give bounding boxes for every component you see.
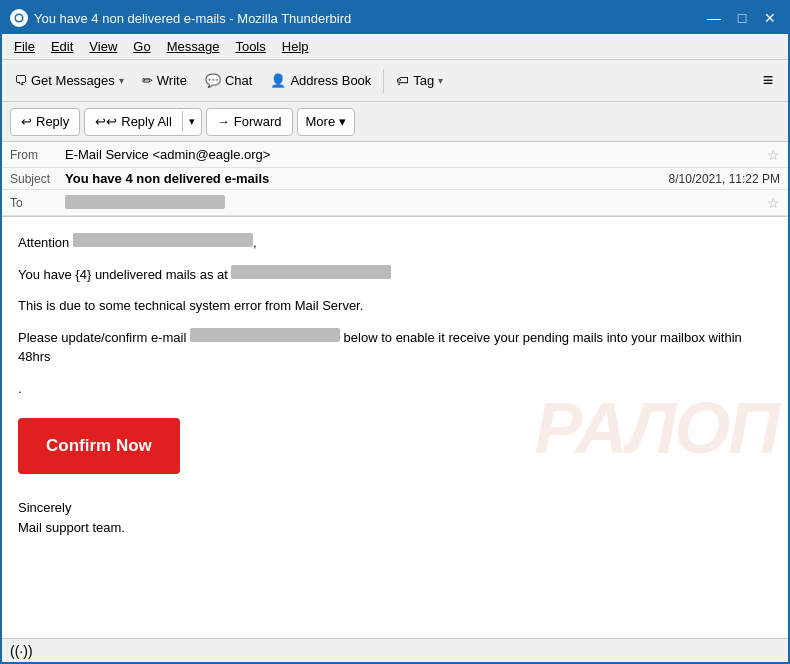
menu-view[interactable]: View [81, 37, 125, 56]
subject-label: Subject [10, 172, 65, 186]
tag-chevron-icon: ▾ [438, 75, 443, 86]
write-label: Write [157, 73, 187, 88]
body-sign1: Sincerely Mail support team. [18, 498, 772, 537]
body-email-blurred [190, 328, 340, 342]
to-value [65, 195, 767, 210]
tag-button[interactable]: 🏷 Tag ▾ [388, 65, 451, 97]
body-line2: You have {4} undelivered mails as at [18, 265, 772, 285]
window-title: You have 4 non delivered e-mails - Mozil… [34, 11, 704, 26]
email-body: РАЛОП Attention , You have {4} undeliver… [2, 217, 788, 638]
body-attention: Attention [18, 235, 69, 250]
confirm-now-button[interactable]: Confirm Now [18, 418, 180, 474]
body-attention-line: Attention , [18, 233, 772, 253]
from-label: From [10, 148, 65, 162]
menu-tools[interactable]: Tools [227, 37, 273, 56]
menu-message[interactable]: Message [159, 37, 228, 56]
chat-button[interactable]: 💬 Chat [197, 65, 260, 97]
address-book-button[interactable]: 👤 Address Book [262, 65, 379, 97]
reply-label: Reply [36, 114, 69, 129]
address-book-label: Address Book [290, 73, 371, 88]
body-recipient-blurred [73, 233, 253, 247]
from-star-icon[interactable]: ☆ [767, 147, 780, 163]
titlebar: You have 4 non delivered e-mails - Mozil… [2, 2, 788, 34]
email-date: 8/10/2021, 11:22 PM [669, 172, 780, 186]
statusbar: ((·)) [2, 638, 788, 662]
subject-field: Subject You have 4 non delivered e-mails… [2, 168, 788, 190]
body-dot: . [18, 379, 772, 399]
forward-icon: → [217, 114, 230, 129]
app-icon [10, 9, 28, 27]
address-book-icon: 👤 [270, 73, 286, 88]
to-label: To [10, 196, 65, 210]
toolbar-separator [383, 69, 384, 93]
email-header: From E-Mail Service <admin@eagle.org> ☆ … [2, 142, 788, 217]
menu-edit[interactable]: Edit [43, 37, 81, 56]
from-value: E-Mail Service <admin@eagle.org> [65, 147, 767, 162]
body-line2-text: You have {4} undelivered mails as at [18, 267, 228, 282]
to-field: To ☆ [2, 190, 788, 216]
reply-all-icon: ↩↩ [95, 114, 117, 129]
forward-label: Forward [234, 114, 282, 129]
reply-button[interactable]: ↩ Reply [10, 108, 80, 136]
body-line3: This is due to some technical system err… [18, 296, 772, 316]
reply-all-button-group: ↩↩ Reply All ▾ [84, 108, 202, 136]
menu-help[interactable]: Help [274, 37, 317, 56]
more-label: More [306, 114, 336, 129]
minimize-button[interactable]: — [704, 8, 724, 28]
chat-icon: 💬 [205, 73, 221, 88]
write-icon: ✏ [142, 73, 153, 88]
to-value-blurred [65, 195, 225, 209]
reply-all-label: Reply All [121, 114, 172, 129]
maximize-button[interactable]: □ [732, 8, 752, 28]
menu-file[interactable]: File [6, 37, 43, 56]
body-server-blurred [231, 265, 391, 279]
close-button[interactable]: ✕ [760, 8, 780, 28]
reply-all-dropdown-button[interactable]: ▾ [182, 111, 201, 132]
menu-go[interactable]: Go [125, 37, 158, 56]
write-button[interactable]: ✏ Write [134, 65, 195, 97]
reply-all-button[interactable]: ↩↩ Reply All [85, 110, 182, 133]
forward-button[interactable]: → Forward [206, 108, 293, 136]
chat-label: Chat [225, 73, 252, 88]
more-chevron-icon: ▾ [339, 114, 346, 129]
reply-toolbar: ↩ Reply ↩↩ Reply All ▾ → Forward More ▾ [2, 102, 788, 142]
tag-label: Tag [413, 73, 434, 88]
get-messages-icon: 🗨 [14, 73, 27, 88]
tag-icon: 🏷 [396, 73, 409, 88]
body-line4: Please update/confirm e-mail below to en… [18, 328, 772, 367]
subject-value: You have 4 non delivered e-mails [65, 171, 669, 186]
to-star-icon[interactable]: ☆ [767, 195, 780, 211]
get-messages-chevron-icon: ▾ [119, 75, 124, 86]
more-button[interactable]: More ▾ [297, 108, 356, 136]
svg-point-1 [16, 15, 22, 21]
reply-icon: ↩ [21, 114, 32, 129]
main-window: You have 4 non delivered e-mails - Mozil… [0, 0, 790, 664]
get-messages-button[interactable]: 🗨 Get Messages ▾ [6, 65, 132, 97]
toolbar-menu-button[interactable]: ≡ [752, 65, 784, 97]
window-controls: — □ ✕ [704, 8, 780, 28]
wifi-icon: ((·)) [10, 643, 33, 659]
main-toolbar: 🗨 Get Messages ▾ ✏ Write 💬 Chat 👤 Addres… [2, 60, 788, 102]
watermark: РАЛОП [534, 387, 778, 469]
menubar: File Edit View Go Message Tools Help [2, 34, 788, 60]
body-line4-pre: Please update/confirm e-mail [18, 330, 186, 345]
get-messages-label: Get Messages [31, 73, 115, 88]
from-field: From E-Mail Service <admin@eagle.org> ☆ [2, 142, 788, 168]
